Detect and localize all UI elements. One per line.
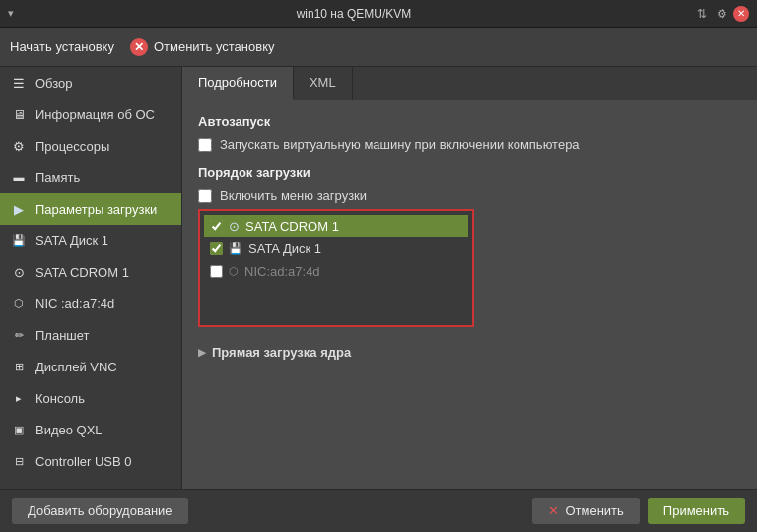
sidebar-item-os[interactable]: 🖥 Информация об ОС xyxy=(0,99,181,130)
start-install-button[interactable]: Начать установку xyxy=(10,39,114,54)
overview-icon: ☰ xyxy=(10,74,28,92)
cancel-label: Отменить xyxy=(565,503,623,518)
apply-button[interactable]: Применить xyxy=(648,498,745,524)
sidebar-item-label: Видео QXL xyxy=(35,423,103,437)
sidebar-item-nic[interactable]: ⬡ NIC :ad:a7:4d xyxy=(0,288,181,319)
boot-menu-checkbox[interactable] xyxy=(198,189,212,203)
content-area: Подробности XML Автозапуск Запускать вир… xyxy=(182,67,757,489)
boot-icon: ▶ xyxy=(10,200,28,218)
sidebar: ☰ Обзор 🖥 Информация об ОС ⚙ Процессоры … xyxy=(0,67,182,489)
tablet-icon: ✏ xyxy=(10,326,28,344)
sidebar-item-label: Информация об ОС xyxy=(35,107,155,122)
os-icon: 🖥 xyxy=(10,105,28,123)
cancel-install-label: Отменить установку xyxy=(154,39,275,54)
boot-order-title: Порядок загрузки xyxy=(198,166,741,180)
sidebar-item-cdrom1[interactable]: ⊙ SATA CDROM 1 xyxy=(0,256,181,288)
vnc-icon: ⊞ xyxy=(10,358,28,375)
main-layout: ☰ Обзор 🖥 Информация об ОС ⚙ Процессоры … xyxy=(0,67,757,489)
boot-order-box: ⊙ SATA CDROM 1 💾 SATA Диск 1 ⬡ NIC:ad:a7… xyxy=(198,209,474,327)
cancel-button[interactable]: ✕ Отменить xyxy=(532,498,639,524)
boot-item-nic[interactable]: ⬡ NIC:ad:a7:4d xyxy=(204,260,468,283)
kernel-collapsible[interactable]: ▶ Прямая загрузка ядра xyxy=(198,345,741,360)
kernel-section: ▶ Прямая загрузка ядра xyxy=(198,345,741,360)
boot-disk-checkbox[interactable] xyxy=(210,242,223,255)
apply-label: Применить xyxy=(663,503,729,518)
boot-order-section: Порядок загрузки Включить меню загрузки … xyxy=(198,166,741,327)
sidebar-item-ram[interactable]: ▬ Память xyxy=(0,162,181,193)
sidebar-item-cpu[interactable]: ⚙ Процессоры xyxy=(0,130,181,162)
titlebar-title: win10 на QEMU/KVM xyxy=(14,7,694,21)
sidebar-item-label: Память xyxy=(35,170,80,185)
add-hardware-label: Добавить оборудование xyxy=(28,503,172,518)
nic-icon: ⬡ xyxy=(10,295,28,312)
boot-nic-label: NIC:ad:a7:4d xyxy=(244,264,320,279)
cancel-install-icon: ✕ xyxy=(130,38,148,56)
autostart-label: Запускать виртуальную машину при включен… xyxy=(220,137,580,152)
boot-menu-row: Включить меню загрузки xyxy=(198,188,741,203)
autostart-section-title: Автозапуск xyxy=(198,114,741,129)
sidebar-item-label: Дисплей VNC xyxy=(35,360,117,374)
sidebar-item-tablet[interactable]: ✏ Планшет xyxy=(0,319,181,351)
disk-icon: 💾 xyxy=(10,232,28,249)
sidebar-item-vnc[interactable]: ⊞ Дисплей VNC xyxy=(0,351,181,382)
cancel-icon: ✕ xyxy=(548,503,559,518)
boot-cdrom-checkbox[interactable] xyxy=(210,220,223,233)
cdrom-icon: ⊙ xyxy=(10,263,28,281)
sidebar-item-label: SATA Диск 1 xyxy=(35,233,108,248)
autostart-checkbox[interactable] xyxy=(198,138,212,152)
nic-boot-icon: ⬡ xyxy=(229,265,239,278)
autostart-row: Запускать виртуальную машину при включен… xyxy=(198,137,741,152)
cancel-install-button[interactable]: ✕ Отменить установку xyxy=(130,38,275,56)
sidebar-item-label: Консоль xyxy=(35,391,85,406)
settings-icon[interactable]: ⚙ xyxy=(714,6,729,22)
content-body: Автозапуск Запускать виртуальную машину … xyxy=(182,100,757,489)
kernel-arrow-icon: ▶ xyxy=(198,347,206,358)
console-icon: ▸ xyxy=(10,389,28,407)
sidebar-item-console[interactable]: ▸ Консоль xyxy=(0,382,181,414)
sidebar-item-usb[interactable]: ⊟ Controller USB 0 xyxy=(0,445,181,477)
boot-nic-checkbox[interactable] xyxy=(210,265,223,278)
close-button[interactable]: ✕ xyxy=(733,6,749,22)
usb-icon: ⊟ xyxy=(10,452,28,470)
boot-item-cdrom[interactable]: ⊙ SATA CDROM 1 xyxy=(204,215,468,237)
sidebar-item-label: Планшет xyxy=(35,328,90,343)
boot-item-disk[interactable]: 💾 SATA Диск 1 xyxy=(204,237,468,260)
toolbar: Начать установку ✕ Отменить установку xyxy=(0,28,757,67)
sidebar-item-video[interactable]: ▣ Видео QXL xyxy=(0,414,181,445)
sidebar-item-label: NIC :ad:a7:4d xyxy=(35,297,114,311)
sidebar-item-label: Controller USB 0 xyxy=(35,454,132,469)
bottombar: Добавить оборудование ✕ Отменить Примени… xyxy=(0,489,757,532)
start-install-label: Начать установку xyxy=(10,39,114,54)
ram-icon: ▬ xyxy=(10,168,28,186)
titlebar-controls: ⇅ ⚙ ✕ xyxy=(694,6,749,22)
tab-xml-label: XML xyxy=(310,75,336,90)
sidebar-item-label: Параметры загрузки xyxy=(35,202,157,217)
tab-xml[interactable]: XML xyxy=(294,67,353,100)
boot-cdrom-label: SATA CDROM 1 xyxy=(245,219,339,233)
boot-menu-label: Включить меню загрузки xyxy=(220,188,367,203)
bottombar-right: ✕ Отменить Применить xyxy=(532,498,745,524)
wifi-icon: ⇅ xyxy=(694,6,710,22)
add-hardware-button[interactable]: Добавить оборудование xyxy=(12,498,188,524)
kernel-label: Прямая загрузка ядра xyxy=(212,345,351,360)
titlebar: ▾ win10 на QEMU/KVM ⇅ ⚙ ✕ xyxy=(0,0,757,28)
boot-disk-label: SATA Диск 1 xyxy=(248,241,321,256)
cpu-icon: ⚙ xyxy=(10,137,28,155)
sidebar-item-overview[interactable]: ☰ Обзор xyxy=(0,67,181,99)
cdrom-boot-icon: ⊙ xyxy=(229,219,240,233)
sidebar-item-disk1[interactable]: 💾 SATA Диск 1 xyxy=(0,225,181,256)
tab-bar: Подробности XML xyxy=(182,67,757,100)
sidebar-item-label: SATA CDROM 1 xyxy=(35,265,129,280)
video-icon: ▣ xyxy=(10,421,28,438)
disk-boot-icon: 💾 xyxy=(229,242,242,255)
sidebar-item-boot[interactable]: ▶ Параметры загрузки xyxy=(0,193,181,225)
sidebar-item-label: Обзор xyxy=(35,76,73,91)
tab-details-label: Подробности xyxy=(198,75,277,90)
sidebar-item-label: Процессоры xyxy=(35,139,109,154)
tab-details[interactable]: Подробности xyxy=(182,67,294,100)
